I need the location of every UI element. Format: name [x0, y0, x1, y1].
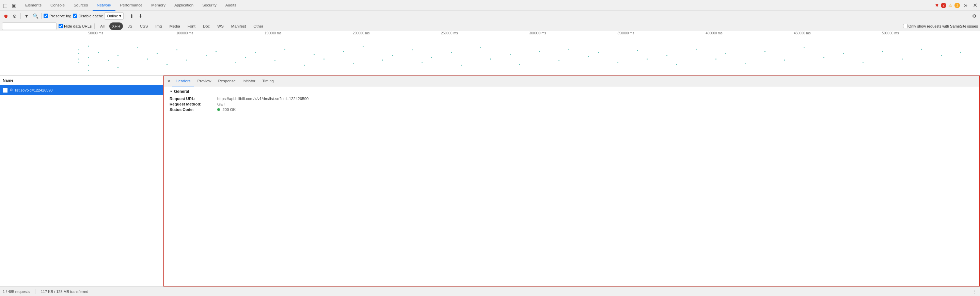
toolbar-sep-1 — [21, 13, 21, 19]
tab-response[interactable]: Response — [215, 76, 239, 86]
devtools-icons: ⬚ ▣ — [2, 2, 18, 9]
name-panel-header: Name — [0, 76, 163, 85]
tab-preview[interactable]: Preview — [194, 76, 215, 86]
filter-other-button[interactable]: Other — [251, 22, 266, 30]
filter-css-button[interactable]: CSS — [137, 22, 151, 30]
error-count: 2 — [941, 3, 946, 8]
name-panel: Name ⚙ list.so?oid=122426590 — [0, 76, 164, 287]
timeline-dot — [568, 49, 570, 50]
search-input[interactable]: list.so — [2, 22, 57, 30]
timeline-dot — [323, 59, 325, 60]
timeline-dot — [490, 59, 491, 60]
timeline-dot — [558, 60, 560, 61]
detail-panel: ✕ Headers Preview Response Initiator Tim… — [164, 76, 980, 287]
settings-button[interactable]: ⚙ — [970, 12, 978, 20]
status-code-key: Status Code: — [170, 108, 217, 112]
tab-elements[interactable]: Elements — [21, 0, 46, 11]
filter-xhr-button[interactable]: XHR — [109, 22, 123, 30]
timeline-dot — [784, 60, 785, 60]
filter-font-button[interactable]: Font — [185, 22, 198, 30]
toolbar-sep-3 — [126, 13, 126, 19]
table-row[interactable]: ⚙ list.so?oid=122426590 — [0, 85, 163, 95]
samesite-label[interactable]: Only show requests with SameSite issues — [903, 24, 978, 28]
row-checkbox[interactable] — [3, 88, 8, 93]
timeline-dot — [235, 62, 236, 63]
device-icon[interactable]: ▣ — [10, 2, 18, 9]
network-throttle-dropdown[interactable]: Online ▾ — [105, 12, 124, 20]
tab-network[interactable]: Network — [92, 0, 115, 11]
tab-timing[interactable]: Timing — [259, 76, 277, 86]
filter-img-button[interactable]: Img — [153, 22, 164, 30]
filter-manifest-button[interactable]: Manifest — [229, 22, 248, 30]
timeline-dot — [167, 64, 167, 65]
filter-js-button[interactable]: JS — [125, 22, 135, 30]
disable-cache-checkbox[interactable] — [73, 14, 77, 18]
filter-doc-button[interactable]: Doc — [200, 22, 213, 30]
timeline-dot — [941, 55, 942, 56]
resize-handle[interactable]: ⋮ — [972, 289, 977, 294]
devtools-close-button[interactable]: ✕ — [972, 2, 978, 8]
timeline-dot — [255, 52, 256, 53]
tab-bar: ⬚ ▣ Elements Console Sources Network Per… — [0, 0, 980, 11]
tick-50000: 50000 ms — [88, 31, 103, 38]
filter-sep-1 — [94, 24, 95, 29]
tab-audits[interactable]: Audits — [221, 0, 240, 11]
search-button[interactable]: 🔍 — [32, 12, 39, 20]
timeline-dot — [98, 52, 99, 53]
hide-data-urls-checkbox[interactable] — [59, 24, 63, 28]
samesite-checkbox[interactable] — [903, 24, 907, 28]
timeline-dot — [823, 57, 824, 58]
tab-memory[interactable]: Memory — [147, 0, 170, 11]
timeline-chart[interactable] — [0, 38, 980, 75]
hide-data-urls-label[interactable]: Hide data URLs — [59, 24, 92, 28]
timeline-dot — [78, 53, 80, 54]
dropdown-arrow-icon: ▾ — [119, 14, 121, 18]
timeline-dot — [843, 53, 844, 54]
filter-all-button[interactable]: All — [97, 22, 107, 30]
timeline-dot — [343, 51, 344, 52]
timeline-area: 50000 ms 100000 ms 150000 ms 200000 ms 2… — [0, 31, 980, 76]
preserve-log-label[interactable]: Preserve log — [44, 14, 72, 18]
tick-450000: 450000 ms — [794, 31, 810, 38]
timeline-marker — [441, 38, 441, 75]
timeline-dot — [696, 49, 697, 50]
timeline-dot — [88, 46, 89, 47]
tick-200000: 200000 ms — [353, 31, 369, 38]
timeline-dot — [353, 63, 354, 64]
requests-count: 1 / 485 requests — [3, 290, 30, 294]
detail-close-button[interactable]: ✕ — [165, 78, 172, 85]
timeline-dot — [647, 59, 648, 60]
filter-toggle-button[interactable]: ▼ — [23, 12, 30, 20]
timeline-dot — [431, 57, 432, 58]
tab-sources[interactable]: Sources — [70, 0, 92, 11]
export-button[interactable]: ⬇ — [137, 12, 145, 20]
filter-media-button[interactable]: Media — [167, 22, 183, 30]
disable-cache-label[interactable]: Disable cache — [73, 14, 103, 18]
status-code-row: Status Code: 200 OK — [170, 108, 974, 112]
timeline-dot — [157, 53, 158, 54]
request-name: list.so?oid=122426590 — [15, 88, 161, 92]
status-code-text: OK — [230, 108, 236, 112]
timeline-dot — [78, 49, 80, 51]
tab-performance[interactable]: Performance — [116, 0, 147, 11]
tick-150000: 150000 ms — [264, 31, 281, 38]
preserve-log-checkbox[interactable] — [44, 14, 48, 18]
filter-ws-button[interactable]: WS — [215, 22, 226, 30]
timeline-dot — [392, 55, 393, 56]
timeline-dot — [725, 53, 726, 54]
status-code-value: 200 OK — [217, 108, 235, 112]
more-tabs-button[interactable]: » — [962, 2, 969, 9]
record-button[interactable]: ⏺ — [2, 12, 10, 20]
tab-console[interactable]: Console — [46, 0, 69, 11]
tab-security[interactable]: Security — [198, 0, 221, 11]
timeline-dot — [921, 49, 922, 50]
tab-headers[interactable]: Headers — [172, 76, 194, 86]
import-button[interactable]: ⬆ — [128, 12, 135, 20]
timeline-dot — [882, 51, 883, 52]
timeline-dot — [519, 64, 520, 65]
request-url-value[interactable]: https://api.bilibili.com/x/v1/dm/list.so… — [217, 97, 309, 101]
tab-application[interactable]: Application — [170, 0, 197, 11]
cursor-icon[interactable]: ⬚ — [2, 2, 9, 9]
tab-initiator[interactable]: Initiator — [239, 76, 259, 86]
clear-button[interactable]: ⊘ — [11, 12, 18, 20]
